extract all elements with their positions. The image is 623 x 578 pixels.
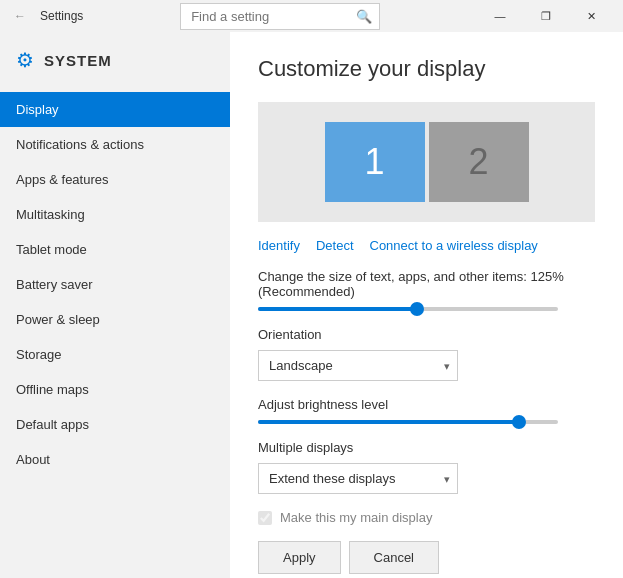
scale-slider-track[interactable] (258, 307, 558, 311)
back-button[interactable]: ← (8, 4, 32, 28)
search-icon: 🔍 (356, 9, 372, 24)
sidebar-item-default[interactable]: Default apps (0, 407, 230, 442)
apply-button[interactable]: Apply (258, 541, 341, 574)
sidebar-item-offline[interactable]: Offline maps (0, 372, 230, 407)
multiple-displays-select[interactable]: Extend these displays Duplicate these di… (258, 463, 458, 494)
scale-container: Change the size of text, apps, and other… (258, 269, 595, 311)
sidebar-item-about[interactable]: About (0, 442, 230, 477)
brightness-slider-track[interactable] (258, 420, 558, 424)
monitor-2[interactable]: 2 (429, 122, 529, 202)
title-bar-left: ← Settings (8, 4, 83, 28)
detect-link[interactable]: Detect (316, 238, 354, 253)
orientation-select-wrapper: Landscape Portrait Landscape (flipped) P… (258, 350, 458, 381)
sidebar-header: ⚙ SYSTEM (0, 32, 230, 92)
brightness-label: Adjust brightness level (258, 397, 595, 412)
sidebar-item-apps[interactable]: Apps & features (0, 162, 230, 197)
minimize-button[interactable]: — (477, 0, 523, 32)
app-title: SYSTEM (44, 52, 112, 69)
multiple-displays-select-wrapper: Extend these displays Duplicate these di… (258, 463, 458, 494)
gear-icon: ⚙ (16, 48, 34, 72)
cancel-button[interactable]: Cancel (349, 541, 439, 574)
restore-button[interactable]: ❐ (523, 0, 569, 32)
back-icon: ← (14, 9, 26, 23)
main-display-checkbox[interactable] (258, 511, 272, 525)
brightness-container: Adjust brightness level (258, 397, 595, 424)
content-area: Customize your display 1 2 Identify Dete… (230, 32, 623, 578)
sidebar-item-multitasking[interactable]: Multitasking (0, 197, 230, 232)
multiple-displays-container: Multiple displays Extend these displays … (258, 440, 595, 494)
orientation-container: Orientation Landscape Portrait Landscape… (258, 327, 595, 381)
brightness-slider-thumb[interactable] (512, 415, 526, 429)
orientation-label: Orientation (258, 327, 595, 342)
search-wrapper: 🔍 (180, 3, 380, 30)
sidebar-item-display[interactable]: Display (0, 92, 230, 127)
title-bar: ← Settings 🔍 — ❐ ✕ (0, 0, 623, 32)
monitor-1-label: 1 (364, 141, 384, 183)
wireless-link[interactable]: Connect to a wireless display (370, 238, 538, 253)
display-preview: 1 2 (258, 102, 595, 222)
sidebar: ⚙ SYSTEM Display Notifications & actions… (0, 32, 230, 578)
monitor-2-label: 2 (468, 141, 488, 183)
sidebar-item-tablet[interactable]: Tablet mode (0, 232, 230, 267)
window-title: Settings (40, 9, 83, 23)
main-content: ⚙ SYSTEM Display Notifications & actions… (0, 32, 623, 578)
window-controls: — ❐ ✕ (477, 0, 615, 32)
display-links: Identify Detect Connect to a wireless di… (258, 238, 595, 253)
nav-controls: ← (8, 4, 32, 28)
sidebar-item-storage[interactable]: Storage (0, 337, 230, 372)
identify-link[interactable]: Identify (258, 238, 300, 253)
page-title: Customize your display (258, 56, 595, 82)
monitor-1[interactable]: 1 (325, 122, 425, 202)
multiple-displays-label: Multiple displays (258, 440, 595, 455)
orientation-select[interactable]: Landscape Portrait Landscape (flipped) P… (258, 350, 458, 381)
scale-slider-thumb[interactable] (410, 302, 424, 316)
sidebar-item-notifications[interactable]: Notifications & actions (0, 127, 230, 162)
sidebar-item-battery[interactable]: Battery saver (0, 267, 230, 302)
scale-label: Change the size of text, apps, and other… (258, 269, 595, 299)
main-display-row: Make this my main display (258, 510, 595, 525)
action-buttons: Apply Cancel (258, 541, 595, 574)
scale-slider-fill (258, 307, 423, 311)
brightness-slider-fill (258, 420, 522, 424)
close-button[interactable]: ✕ (569, 0, 615, 32)
main-display-label: Make this my main display (280, 510, 432, 525)
search-input[interactable] (180, 3, 380, 30)
sidebar-item-power[interactable]: Power & sleep (0, 302, 230, 337)
